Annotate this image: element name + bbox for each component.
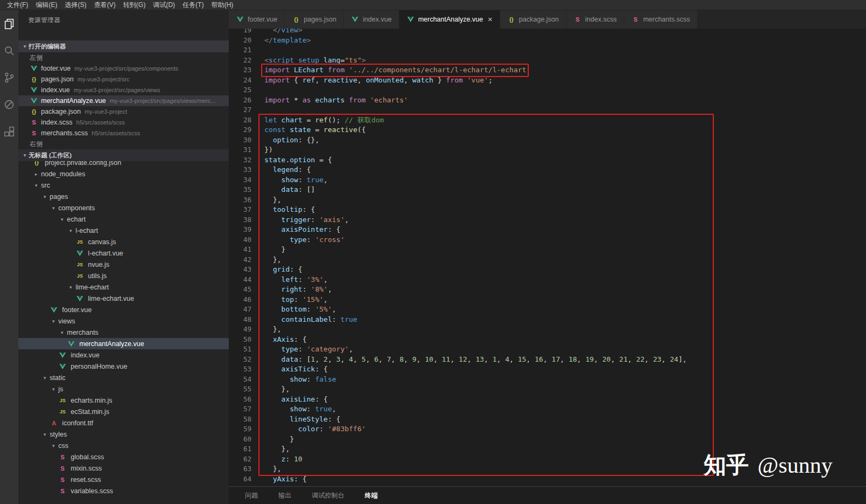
menu-item[interactable]: 编辑(E) [32,1,61,10]
code-line[interactable]: 58 lineStyle: { [229,415,866,425]
tab-index.scss[interactable]: Sindex.scss [567,10,624,29]
explorer-icon[interactable] [2,17,16,31]
menu-item[interactable]: 任务(T) [179,1,207,10]
open-editor-item[interactable]: {}package.jsonmy-vue3-project [18,106,229,117]
code-line[interactable]: 37 tooltip: { [229,205,866,215]
line-number[interactable]: 22 [229,56,264,66]
line-number[interactable]: 47 [229,305,264,315]
line-number[interactable]: 53 [229,364,264,375]
line-number[interactable]: 42 [229,255,264,265]
code-line[interactable]: 20</template> [229,36,866,46]
line-number[interactable]: 43 [229,265,264,275]
tab-index.vue[interactable]: index.vue [344,10,399,29]
tree-item[interactable]: Aiconfont.ttf [18,417,229,429]
code-line[interactable]: 33 legend: { [229,165,866,175]
line-number[interactable]: 35 [229,185,264,195]
line-number[interactable]: 61 [229,444,264,454]
tree-item[interactable]: JSutils.js [18,270,229,281]
line-number[interactable]: 49 [229,325,264,335]
menu-item[interactable]: 文件(F) [3,1,32,10]
line-number[interactable]: 40 [229,235,264,245]
line-number[interactable]: 64 [229,474,264,485]
code-line[interactable]: 26import * as echarts from 'echarts' [229,95,866,106]
tab-merchantAnalyze.vue[interactable]: merchantAnalyze.vue× [399,10,500,29]
tree-item[interactable]: Sglobal.scss [18,451,229,462]
line-number[interactable]: 30 [229,135,264,146]
source-control-icon[interactable] [2,71,16,85]
open-editor-item[interactable]: Sindex.scssh5/src/assets/scss [18,117,229,128]
debug-icon[interactable] [2,98,16,112]
open-editor-item[interactable]: merchantAnalyze.vuemy-vue3-project/src/p… [18,95,229,106]
tree-item[interactable]: ▾css [18,440,229,451]
code-line[interactable]: 48 containLabel: true [229,315,866,325]
tree-item[interactable]: l-echart.vue [18,247,229,259]
code-line[interactable]: 51 type: 'category', [229,344,866,355]
code-line[interactable]: 39 axisPointer: { [229,225,866,235]
menu-item[interactable]: 调试(D) [149,1,179,10]
code-line[interactable]: 38 trigger: 'axis', [229,215,866,225]
code-line[interactable]: 47 bottom: '5%', [229,305,866,315]
line-number[interactable]: 38 [229,215,264,225]
tree-item[interactable]: ▾pages [18,191,229,202]
menu-item[interactable]: 帮助(H) [208,1,237,10]
code-line[interactable]: 49 }, [229,325,866,335]
line-number[interactable]: 39 [229,225,264,235]
open-editor-item[interactable]: footer.vuemy-vue3-project/src/pages/comp… [18,63,229,74]
line-number[interactable]: 41 [229,245,264,255]
panel-tab[interactable]: 输出 [278,491,291,504]
line-number[interactable]: 51 [229,344,264,355]
code-line[interactable]: 23import LEchart from '../../components/… [229,65,866,75]
menu-item[interactable]: 转到(G) [119,1,149,10]
line-number[interactable]: 45 [229,285,264,295]
line-number[interactable]: 19 [229,29,264,36]
tree-item[interactable]: ▾views [18,315,229,327]
panel-tab[interactable]: 问题 [245,491,258,504]
workspace-header[interactable]: ▾ 无标题 (工作区) [18,149,229,161]
tree-item[interactable]: ▾js [18,383,229,395]
code-line[interactable]: 22<script setup lang="ts"> [229,56,866,66]
code-line[interactable]: 27 [229,105,866,115]
tab-footer.vue[interactable]: footer.vue [229,10,285,29]
panel-tab[interactable]: 终端 [365,491,378,504]
tree-item[interactable]: index.vue [18,349,229,361]
tab-merchants.scss[interactable]: Smerchants.scss [624,10,698,29]
line-number[interactable]: 52 [229,355,264,365]
line-number[interactable]: 55 [229,384,264,395]
line-number[interactable]: 20 [229,36,264,46]
tree-item[interactable]: ▾echart [18,213,229,225]
line-number[interactable]: 31 [229,145,264,155]
code-line[interactable]: 32state.option = { [229,155,866,165]
code-line[interactable]: 44 left: '3%', [229,275,866,285]
code-line[interactable]: 28let chart = ref(); // 获取dom [229,115,866,126]
line-number[interactable]: 50 [229,335,264,345]
line-number[interactable]: 37 [229,205,264,215]
code-line[interactable]: 25 [229,85,866,95]
code-line[interactable]: 50 xAxis: { [229,335,866,345]
line-number[interactable]: 23 [229,65,264,75]
code-line[interactable]: 30 option: {}, [229,135,866,146]
tree-item[interactable]: ▾static [18,372,229,383]
code-line[interactable]: 45 right: '8%', [229,285,866,295]
line-number[interactable]: 62 [229,454,264,465]
code-line[interactable]: 56 axisLine: { [229,395,866,405]
code-line[interactable]: 42 }, [229,255,866,265]
line-number[interactable]: 63 [229,464,264,474]
extensions-icon[interactable] [2,125,16,139]
tree-item[interactable]: ▾merchants [18,327,229,338]
search-icon[interactable] [2,44,16,58]
code-line[interactable]: 59 color: '#83bff6' [229,424,866,434]
code-line[interactable]: 19 </view> [229,29,866,36]
line-number[interactable]: 54 [229,375,264,385]
line-number[interactable]: 24 [229,75,264,86]
tree-item[interactable]: JSnvue.js [18,259,229,270]
tree-item[interactable]: ▾src [18,179,229,191]
tree-item[interactable]: ▾styles [18,429,229,440]
tree-item[interactable]: merchantAnalyze.vue [18,338,229,349]
line-number[interactable]: 59 [229,424,264,434]
tree-item[interactable]: JSecStat.min.js [18,406,229,417]
line-number[interactable]: 29 [229,125,264,135]
code-line[interactable]: 36 }, [229,195,866,205]
tree-item[interactable]: personalHome.vue [18,361,229,372]
menu-item[interactable]: 选择(S) [61,1,90,10]
code-line[interactable]: 60 } [229,434,866,445]
